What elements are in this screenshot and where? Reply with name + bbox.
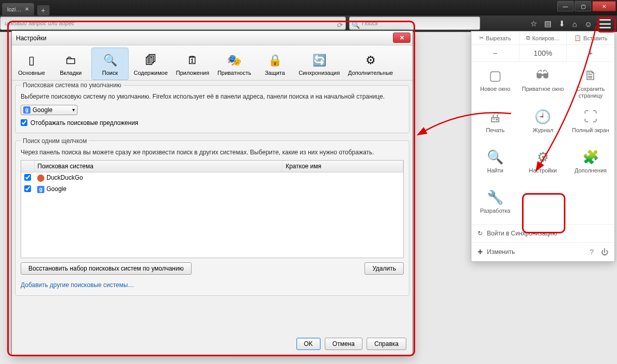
zoom-value[interactable]: 100% xyxy=(519,45,567,61)
window-icon: ▢ xyxy=(489,67,502,84)
copy-icon: ⧉ xyxy=(526,35,530,41)
gear-icon: ⚙ xyxy=(537,149,549,165)
col-shortname[interactable]: Краткое имя xyxy=(282,161,403,172)
smile-icon[interactable]: ☺ xyxy=(584,20,592,28)
oneclick-group: Поиск одним щелчком Через панель поиска … xyxy=(15,137,409,296)
dialog-footer: OK Отмена Справка xyxy=(296,338,406,350)
paste-button[interactable]: 📋Вставить xyxy=(567,31,614,44)
wrench-icon: 🔧 xyxy=(487,189,503,205)
tab-security[interactable]: 🔒Защита xyxy=(256,48,293,80)
tab-privacy[interactable]: 🎭Приватность xyxy=(214,48,254,80)
duckduckgo-icon xyxy=(37,175,44,182)
help-icon[interactable]: ? xyxy=(590,248,594,256)
help-button[interactable]: Справка xyxy=(367,338,406,350)
switch-icon: ▯ xyxy=(23,52,40,69)
tab-sync[interactable]: 🔄Синхронизация xyxy=(295,48,343,80)
show-suggestions-row[interactable]: Отображать поисковые предложения xyxy=(21,119,404,126)
search-icon: 🔍 xyxy=(352,19,360,31)
search-icon: 🔍 xyxy=(487,149,503,165)
new-tab-button[interactable]: + xyxy=(37,5,50,15)
browser-toolbar: исковый запрос или адрес ⟳ 🔍 Поиск ☆ ▤ ⬇… xyxy=(0,15,617,32)
oneclick-legend: Поиск одним щелчком xyxy=(21,137,89,145)
table-row[interactable]: gGoogle xyxy=(21,184,403,195)
tab-content[interactable]: 🗐Содержимое xyxy=(131,48,171,80)
page-icon: 🗐 xyxy=(143,52,159,69)
maximize-button[interactable]: ▢ xyxy=(575,1,591,11)
zoom-in-button[interactable]: + xyxy=(567,45,614,61)
hamburger-menu-panel: ✂Вырезать ⧉Копиров… 📋Вставить − 100% + ▢… xyxy=(471,31,615,262)
window-titlebar: lozi… ✕ + — ▢ ✕ xyxy=(0,0,617,15)
menu-item-private-window[interactable]: 🕶Приватное окно xyxy=(519,62,566,103)
power-icon[interactable]: ⏻ xyxy=(601,248,608,256)
menu-item-print[interactable]: 🖨Печать xyxy=(471,103,519,144)
zoom-out-button[interactable]: − xyxy=(471,45,519,61)
menu-item-history[interactable]: 🕘Журнал xyxy=(519,103,566,144)
menu-sync-login[interactable]: ↻ Войти в Синхронизацию xyxy=(471,224,614,242)
dialog-title: Настройки xyxy=(16,35,46,42)
paste-icon: 📋 xyxy=(574,35,581,41)
minimize-button[interactable]: — xyxy=(557,1,574,11)
calendar-icon: 🗓 xyxy=(184,52,201,69)
menu-item-new-window[interactable]: ▢Новое окно xyxy=(471,62,519,103)
printer-icon: 🖨 xyxy=(488,108,502,125)
tab-advanced[interactable]: ⚙Дополнительные xyxy=(345,48,396,80)
tab-search[interactable]: 🔍Поиск xyxy=(91,48,129,80)
tab-label: lozi… xyxy=(7,3,22,15)
download-icon[interactable]: ⬇ xyxy=(559,19,565,28)
page-icon: 🗎 xyxy=(584,67,597,84)
tab-general[interactable]: ▯Основные xyxy=(13,48,50,80)
default-engine-group: Поисковая система по умолчанию Выберите … xyxy=(15,82,409,133)
mask-icon: 🎭 xyxy=(226,52,243,69)
home-icon[interactable]: ⌂ xyxy=(573,20,577,28)
tab-tabs[interactable]: 🗀Вкладки xyxy=(52,48,89,80)
col-engine[interactable]: Поисковая система xyxy=(34,161,282,172)
search-placeholder: Поиск xyxy=(362,20,378,26)
search-engine-table[interactable]: Поисковая система Краткое имя DuckDuckGo… xyxy=(21,160,404,258)
default-engine-select[interactable]: g Google ▾ xyxy=(21,105,77,115)
menu-item-fullscreen[interactable]: ⛶Полный экран xyxy=(567,103,614,144)
expand-icon: ⛶ xyxy=(584,108,597,125)
menu-item-find[interactable]: 🔍Найти xyxy=(471,144,519,184)
hamburger-menu-button[interactable] xyxy=(599,19,611,28)
magnifier-icon: 🔍 xyxy=(102,52,118,69)
oneclick-description: Через панель поиска вы можете сразу же п… xyxy=(21,149,404,156)
table-row[interactable]: DuckDuckGo xyxy=(21,172,403,184)
engine-checkbox[interactable] xyxy=(24,185,31,192)
engine-checkbox[interactable] xyxy=(24,174,31,181)
chevron-down-icon: ▾ xyxy=(72,107,75,113)
star-icon[interactable]: ☆ xyxy=(530,19,537,28)
close-tab-icon[interactable]: ✕ xyxy=(25,3,29,15)
google-icon: g xyxy=(23,106,30,114)
settings-tabstrip: ▯Основные 🗀Вкладки 🔍Поиск 🗐Содержимое 🗓П… xyxy=(12,45,413,81)
browser-tab[interactable]: lozi… ✕ xyxy=(2,3,34,15)
search-bar[interactable]: 🔍 Поиск xyxy=(349,17,480,30)
show-suggestions-checkbox[interactable] xyxy=(21,119,27,126)
reload-icon[interactable]: ⟳ xyxy=(337,19,342,31)
url-placeholder: исковый запрос или адрес xyxy=(5,20,74,26)
tab-apps[interactable]: 🗓Приложения xyxy=(173,48,212,80)
menu-item-addons[interactable]: 🧩Дополнения xyxy=(567,144,614,184)
url-bar[interactable]: исковый запрос или адрес ⟳ xyxy=(0,17,346,30)
menu-item-settings[interactable]: ⚙Настройки xyxy=(519,144,566,184)
settings-dialog: Настройки ✕ ▯Основные 🗀Вкладки 🔍Поиск 🗐С… xyxy=(11,30,413,356)
cut-button[interactable]: ✂Вырезать xyxy=(471,31,519,44)
mask-icon: 🕶 xyxy=(536,67,549,84)
menu-item-save-page[interactable]: 🗎Сохранить страницу xyxy=(567,62,614,103)
default-engine-value: Google xyxy=(33,106,53,114)
puzzle-icon: 🧩 xyxy=(582,149,599,165)
ok-button[interactable]: OK xyxy=(296,338,321,350)
menu-item-developer[interactable]: 🔧Разработка xyxy=(471,184,519,224)
dialog-close-button[interactable]: ✕ xyxy=(393,33,410,43)
gear-icon: ⚙ xyxy=(362,52,379,69)
cancel-button[interactable]: Отмена xyxy=(325,338,362,350)
dialog-titlebar[interactable]: Настройки ✕ xyxy=(12,31,413,45)
add-engines-link[interactable]: Добавить другие поисковые системы… xyxy=(21,281,134,289)
delete-engine-button[interactable]: Удалить xyxy=(365,262,404,275)
menu-customize[interactable]: ✚ Изменить xyxy=(478,248,515,256)
restore-defaults-button[interactable]: Восстановить набор поисковых систем по у… xyxy=(21,262,192,275)
library-icon[interactable]: ▤ xyxy=(544,19,551,28)
close-window-button[interactable]: ✕ xyxy=(592,1,616,11)
google-icon: g xyxy=(37,186,44,193)
copy-button[interactable]: ⧉Копиров… xyxy=(519,31,567,44)
default-engine-legend: Поисковая система по умолчанию xyxy=(21,82,123,89)
